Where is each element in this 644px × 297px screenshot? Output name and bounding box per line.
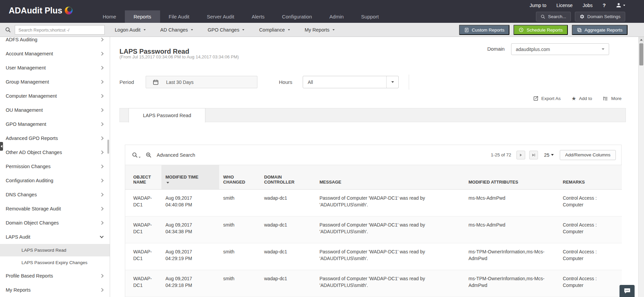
sidebar-item-gpo-management[interactable]: GPO Management bbox=[0, 117, 110, 131]
global-search-button[interactable]: Search... bbox=[536, 12, 571, 21]
help-link[interactable]: ? bbox=[603, 2, 606, 8]
sidebar-item-label: My Reports bbox=[6, 287, 100, 293]
add-remove-columns-button[interactable]: Add/Remove Columns bbox=[560, 150, 616, 160]
chat-widget-button[interactable] bbox=[620, 285, 635, 297]
sidebar-scrollbar-thumb[interactable] bbox=[107, 140, 109, 154]
sidebar-item-other-ad-object-changes[interactable]: Other AD Object Changes bbox=[0, 145, 110, 159]
license-link[interactable]: License bbox=[556, 3, 573, 8]
sidebar-item-computer-management[interactable]: Computer Management bbox=[0, 89, 110, 103]
sidebar-item-user-management[interactable]: User Management bbox=[0, 61, 110, 75]
advanced-search-icon[interactable] bbox=[146, 152, 152, 158]
chevron-right-icon bbox=[100, 150, 103, 154]
triangle-up-icon bbox=[640, 39, 643, 41]
sidebar-item-laps-password-expiry-changes[interactable]: LAPS Password Expiry Changes bbox=[0, 256, 110, 269]
sidebar-item-configuration-auditing[interactable]: Configuration Auditing bbox=[0, 174, 110, 188]
table-toolbar-left: Advanced Search bbox=[132, 145, 195, 165]
nav-item-server-audit[interactable]: Server Audit bbox=[198, 10, 243, 23]
page-scrollbar[interactable] bbox=[638, 37, 644, 297]
cell-modified-time: Aug 09,201704:29:18 PM bbox=[161, 270, 219, 297]
column-header-modified-attributes[interactable]: MODIFIED ATTRIBUTES bbox=[464, 165, 559, 190]
nav-item-file-audit[interactable]: File Audit bbox=[160, 10, 198, 23]
last-page-icon bbox=[532, 153, 536, 157]
column-header-message[interactable]: MESSAGE bbox=[315, 165, 464, 190]
menu-logon-audit[interactable]: Logon Audit bbox=[107, 27, 153, 33]
menu-label: Compliance bbox=[259, 27, 285, 33]
aggregate-reports-button[interactable]: Aggregate Reports bbox=[572, 25, 628, 35]
sidebar-subitem-label: LAPS Password Expiry Changes bbox=[21, 260, 88, 265]
column-search-button[interactable] bbox=[132, 152, 141, 158]
caret-down-icon bbox=[551, 154, 554, 156]
column-header-remarks[interactable]: REMARKS bbox=[559, 165, 622, 190]
sidebar-item-advanced-gpo-reports[interactable]: Advanced GPO Reports bbox=[0, 131, 110, 145]
more-button[interactable]: More bbox=[603, 96, 622, 101]
sidebar-item-my-reports[interactable]: My Reports bbox=[0, 283, 110, 297]
add-to-button[interactable]: ★ Add to bbox=[572, 96, 592, 101]
user-menu[interactable] bbox=[616, 2, 625, 8]
export-as-button[interactable]: Export As bbox=[533, 96, 561, 101]
aggregate-reports-label: Aggregate Reports bbox=[585, 28, 623, 33]
app-logo-text: ADAudit Plus bbox=[9, 6, 62, 15]
app-logo: ADAudit Plus bbox=[9, 6, 72, 15]
column-header-object-name[interactable]: OBJECT NAME bbox=[125, 165, 161, 190]
column-header-label: MODIFIED ATTRIBUTES bbox=[468, 180, 555, 185]
sidebar-item-label: ADFS Auditing bbox=[6, 37, 100, 42]
sidebar-item-profile-based-reports[interactable]: Profile Based Reports bbox=[0, 269, 110, 283]
sidebar-item-domain-object-changes[interactable]: Domain Object Changes bbox=[0, 216, 110, 230]
sidebar-item-laps-password-read[interactable]: LAPS Password Read bbox=[0, 244, 110, 256]
custom-reports-button[interactable]: Custom Reports bbox=[459, 25, 510, 35]
column-header-domain-controller[interactable]: DOMAIN CONTROLLER bbox=[260, 165, 315, 190]
sidebar-item-account-management[interactable]: Account Management bbox=[0, 47, 110, 61]
vertical-divider bbox=[409, 75, 409, 90]
sidebar-collapse-handle[interactable] bbox=[0, 142, 3, 151]
tab-laps-password-read[interactable]: LAPS Password Read bbox=[129, 108, 205, 122]
jump-to-link[interactable]: Jump to bbox=[530, 3, 546, 8]
menu-ad-changes[interactable]: AD Changes bbox=[153, 27, 200, 33]
cell-object-name: WADAP-DC1 bbox=[125, 216, 161, 243]
schedule-reports-button[interactable]: Schedule Reports bbox=[513, 25, 567, 35]
cell-domain-controller: wadap-dc1 bbox=[260, 270, 315, 297]
domain-select[interactable]: adauditplus.com bbox=[511, 43, 609, 55]
nav-item-home[interactable]: Home bbox=[94, 10, 125, 23]
cell-modified-attributes: ms-TPM-OwnerInformation,ms-Mcs-AdmPwd bbox=[464, 243, 559, 270]
cell-remarks: Control Access : Computer bbox=[559, 243, 622, 270]
menu-gpo-changes[interactable]: GPO Changes bbox=[200, 27, 252, 33]
cell-message: Password of Computer 'WADAP-DC1' was rea… bbox=[315, 216, 464, 243]
nav-item-alerts[interactable]: Alerts bbox=[243, 10, 273, 23]
menu-compliance[interactable]: Compliance bbox=[252, 27, 297, 33]
hours-select[interactable]: All bbox=[303, 76, 399, 88]
cell-remarks: Control Access : Computer bbox=[559, 216, 622, 243]
jobs-link[interactable]: Jobs bbox=[583, 3, 593, 8]
scrollbar-thumb[interactable] bbox=[639, 43, 643, 65]
report-search-input[interactable] bbox=[15, 25, 105, 35]
report-sidebar: ADFS Auditing Account Management User Ma… bbox=[0, 37, 110, 297]
sidebar-item-permission-changes[interactable]: Permission Changes bbox=[0, 159, 110, 174]
table-toolbar: Advanced Search 1-25 of 72 25 Add/Remove… bbox=[125, 145, 621, 165]
last-page-button[interactable] bbox=[529, 151, 538, 159]
next-page-button[interactable] bbox=[516, 151, 525, 159]
sidebar-item-laps-audit[interactable]: LAPS Audit bbox=[0, 230, 110, 244]
nav-item-support[interactable]: Support bbox=[352, 10, 388, 23]
nav-item-admin[interactable]: Admin bbox=[321, 10, 353, 23]
cell-time: 04:40:08 PM bbox=[165, 202, 215, 208]
sidebar-item-ou-management[interactable]: OU Management bbox=[0, 103, 110, 117]
cell-date: Aug 09,2017 bbox=[165, 222, 215, 229]
column-header-who-changed[interactable]: WHO CHANGED bbox=[219, 165, 260, 190]
calendar-icon bbox=[153, 79, 159, 85]
page-size-dropdown[interactable]: 25 bbox=[544, 152, 554, 158]
sidebar-item-group-management[interactable]: Group Management bbox=[0, 75, 110, 89]
table-row: WADAP-DC1 Aug 09,201704:29:18 PM smith w… bbox=[125, 270, 622, 297]
cell-domain-controller: wadap-dc1 bbox=[260, 190, 315, 216]
chevron-right-icon bbox=[100, 38, 103, 41]
nav-item-reports[interactable]: Reports bbox=[125, 10, 160, 23]
domain-settings-button[interactable]: Domain Settings bbox=[575, 12, 625, 21]
sidebar-item-dns-changes[interactable]: DNS Changes bbox=[0, 188, 110, 202]
sidebar-item-removable-storage-audit[interactable]: Removable Storage Audit bbox=[0, 202, 110, 216]
advanced-search-link[interactable]: Advanced Search bbox=[157, 152, 195, 158]
sidebar-item-label: Account Management bbox=[6, 51, 100, 56]
scroll-up-button[interactable] bbox=[639, 37, 644, 43]
period-picker[interactable]: Last 30 Days bbox=[146, 76, 257, 88]
column-header-modified-time[interactable]: MODIFIED TIME bbox=[161, 165, 219, 190]
sidebar-item-adfs-auditing[interactable]: ADFS Auditing bbox=[0, 37, 110, 47]
nav-item-configuration[interactable]: Configuration bbox=[273, 10, 320, 23]
menu-my-reports[interactable]: My Reports bbox=[297, 27, 342, 33]
